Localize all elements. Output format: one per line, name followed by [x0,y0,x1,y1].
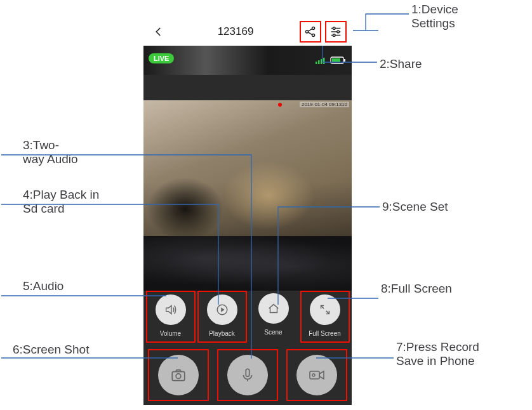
chevron-left-icon [153,26,164,37]
svg-rect-12 [318,60,320,64]
svg-point-8 [333,27,335,30]
svg-rect-14 [323,58,325,64]
recording-dot-icon [278,103,282,107]
screenshot-button[interactable] [148,349,209,401]
home-icon [267,301,281,315]
svg-rect-11 [316,62,317,64]
phone-screen: 123169 [143,18,352,405]
svg-rect-23 [172,372,185,381]
battery-icon: ϟ [330,56,347,65]
camera-icon [170,367,187,383]
anno-4: 4:Play Back inSd card [23,188,99,216]
volume-button[interactable]: Volume [146,291,196,343]
anno-9: 9:Scene Set [382,200,448,214]
video-gap [143,236,352,291]
svg-marker-28 [319,371,324,379]
svg-point-24 [176,374,181,379]
anno-3: 3:Two-way Audio [23,138,78,166]
playback-button[interactable]: Playback [197,291,247,343]
svg-marker-20 [221,307,225,312]
anno-1: 1:DeviceSettings [411,3,458,30]
svg-point-1 [312,27,315,29]
svg-line-3 [308,29,312,31]
big-controls [143,348,352,402]
svg-point-2 [312,34,315,36]
svg-rect-13 [321,59,323,64]
small-controls: Volume Playback Scene [143,291,352,347]
share-button[interactable] [300,21,321,43]
volume-label: Volume [160,330,181,337]
play-circle-icon [215,303,229,317]
anno-7: 7:Press RecordSave in Phone [396,340,479,368]
live-video[interactable]: 2019-01-04 09:1310 [143,100,352,236]
header-actions [300,21,349,43]
svg-point-0 [305,30,308,33]
svg-rect-16 [332,58,340,62]
video-camera-icon [308,367,326,383]
fullscreen-label: Full Screen [309,330,341,337]
fullscreen-button[interactable]: Full Screen [300,291,350,343]
share-icon [303,25,317,39]
svg-rect-17 [344,59,345,62]
svg-point-10 [333,34,335,37]
playback-label: Playback [209,330,235,337]
svg-text:ϟ: ϟ [346,57,347,64]
scene-label: Scene [264,329,282,336]
svg-line-4 [308,32,312,35]
microphone-button[interactable] [217,349,278,401]
anno-6: 6:Screen Shot [13,343,89,357]
expand-icon [318,303,332,317]
device-title: 123169 [218,25,254,38]
live-badge: LIVE [149,53,174,63]
settings-button[interactable] [325,21,347,43]
video-timestamp: 2019-01-04 09:1310 [300,102,349,107]
svg-point-29 [312,374,315,376]
status-indicators: ϟ [315,56,347,65]
anno-2: 2:Share [380,57,422,71]
anno-8: 8:Full Screen [381,282,452,296]
microphone-icon [239,367,256,383]
speaker-icon [164,303,178,317]
svg-rect-25 [246,369,249,376]
signal-icon [315,56,328,65]
app-header: 123169 [143,18,352,46]
anno-5: 5:Audio [23,279,63,293]
sliders-icon [329,25,343,39]
svg-point-9 [337,30,340,33]
back-button[interactable] [146,19,171,44]
record-button[interactable] [286,349,347,401]
scene-button[interactable]: Scene [249,291,298,343]
